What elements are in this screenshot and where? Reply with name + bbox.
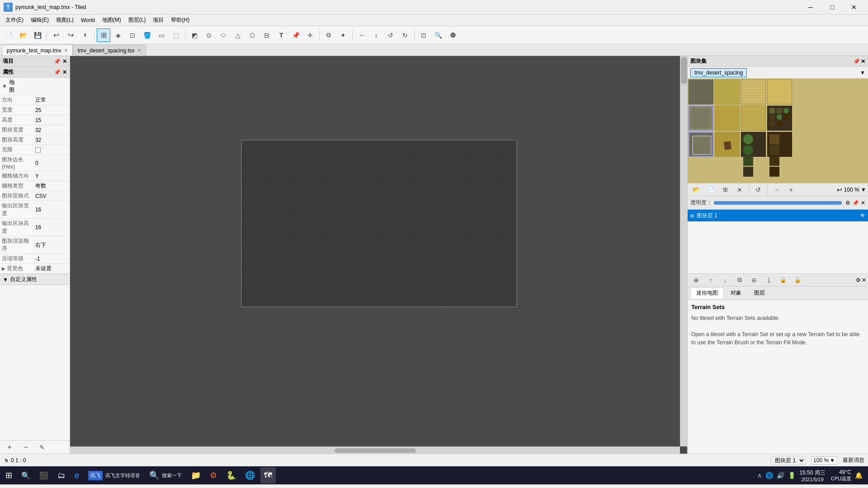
- tab-tileset[interactable]: tmv_desert_spacing.tsx ✕: [73, 45, 146, 56]
- tileset-zoom-in-button[interactable]: +: [784, 183, 798, 197]
- cpu-temp[interactable]: 49°C CPU温度: [831, 469, 851, 482]
- minimize-button[interactable]: ─: [800, 0, 821, 14]
- tileset-zoom-out-button[interactable]: −: [770, 183, 783, 197]
- tile-dark-3[interactable]: [767, 132, 792, 157]
- prop-val-hex-side[interactable]: 0: [33, 155, 70, 171]
- insert-template-button[interactable]: ⊟: [260, 28, 274, 42]
- tab-map[interactable]: pymunk_test_map.tmx ✕: [2, 45, 73, 56]
- del-layer-button[interactable]: ⊖: [747, 273, 761, 287]
- bucket-button[interactable]: 🪣: [140, 28, 154, 42]
- systray-network[interactable]: 🌐: [765, 472, 773, 479]
- taskbar-tiled[interactable]: 🗺: [260, 467, 276, 483]
- project-close[interactable]: ✕: [62, 58, 67, 65]
- tileset-pin[interactable]: 📌: [853, 58, 860, 65]
- project-pin[interactable]: 📌: [54, 58, 61, 65]
- layer-up-button[interactable]: ↑: [704, 273, 717, 287]
- eraser-button[interactable]: ⊡: [126, 28, 139, 42]
- prop-val-output-height[interactable]: 16: [33, 219, 70, 236]
- terrain-brush-button[interactable]: ◈: [111, 28, 125, 42]
- vscroll-thumb[interactable]: [681, 57, 687, 84]
- taskbar-browser[interactable]: ⚙: [206, 467, 221, 483]
- start-button[interactable]: ⊞: [2, 467, 16, 483]
- taskbar-edge[interactable]: e: [71, 467, 83, 483]
- zoom-in-toolbar-button[interactable]: ⊕: [446, 28, 459, 42]
- zoom-out-toolbar-button[interactable]: 🔍: [431, 28, 445, 42]
- redo-button[interactable]: [64, 28, 77, 42]
- open-tileset-button[interactable]: 📂: [689, 183, 703, 197]
- tileset-zoom-dropdown[interactable]: ▼: [861, 187, 866, 193]
- pin-button[interactable]: 📌: [289, 28, 302, 42]
- infinite-checkbox[interactable]: [35, 147, 41, 153]
- insert-triangle-button[interactable]: △: [231, 28, 245, 42]
- insert-tile-button[interactable]: ◩: [188, 28, 201, 42]
- tile-dark-2[interactable]: [741, 132, 766, 157]
- select-rect-button[interactable]: ⬚: [169, 28, 183, 42]
- tab-map-close[interactable]: ✕: [64, 48, 68, 53]
- flip-v-button[interactable]: ↕: [369, 28, 383, 42]
- taskbar-chrome[interactable]: 🌐: [241, 467, 259, 483]
- prop-val-width[interactable]: 25: [33, 105, 70, 115]
- rot-ccw-button[interactable]: ↺: [384, 28, 397, 42]
- prop-val-render-order[interactable]: 右下: [33, 236, 70, 254]
- taskbar-files[interactable]: 📁: [187, 467, 204, 483]
- remove-prop-button[interactable]: −: [19, 441, 33, 454]
- taskbar-pycharm[interactable]: 🐍: [222, 467, 240, 483]
- menu-layers[interactable]: 图层(L): [125, 15, 150, 25]
- prop-val-direction[interactable]: 正常: [33, 95, 70, 105]
- layer-settings-icon[interactable]: ⚙: [845, 200, 850, 206]
- layer-list-close[interactable]: ✕: [862, 277, 866, 283]
- systray-volume[interactable]: 🔊: [777, 472, 784, 479]
- menu-world[interactable]: World: [77, 16, 99, 24]
- tile-sand-2[interactable]: [741, 80, 766, 104]
- taskbar-explorer[interactable]: 🗂: [54, 467, 69, 483]
- prop-val-tile-height[interactable]: 32: [33, 135, 70, 145]
- embed-tileset-button[interactable]: ⊞: [718, 183, 732, 197]
- wand-button[interactable]: ✦: [336, 28, 350, 42]
- layer-dup-button[interactable]: ⧉: [733, 273, 746, 287]
- prop-val-stagger-index[interactable]: 奇数: [33, 181, 70, 191]
- tileset-preview[interactable]: [688, 79, 868, 183]
- tileset-undo-icon[interactable]: ↩: [837, 186, 842, 193]
- unlock-layer-button[interactable]: 🔓: [791, 273, 804, 287]
- clock[interactable]: 15:50 周三 2021/5/19: [799, 469, 825, 482]
- tileset-tab-label[interactable]: tmv_desert_spacing: [690, 68, 747, 77]
- insert-ellipse-button[interactable]: ⬭: [217, 28, 230, 42]
- btab-layers[interactable]: 图层: [748, 287, 771, 299]
- tile-sand-5[interactable]: [715, 132, 740, 157]
- taskbar-search[interactable]: 🔍 搜索一下: [146, 467, 185, 483]
- object-toggle-button[interactable]: ⊡: [417, 28, 430, 42]
- rot-cw-button[interactable]: ↻: [398, 28, 412, 42]
- tileset-zoom-display[interactable]: 100 % ▼: [844, 187, 866, 193]
- properties-pin[interactable]: 📌: [54, 69, 61, 75]
- tile-floor-2[interactable]: [715, 106, 740, 131]
- custom-props-header[interactable]: ▼ 自定义属性: [0, 274, 70, 285]
- terrain-fill-button[interactable]: ⧉: [322, 28, 335, 42]
- vertical-scrollbar[interactable]: [680, 56, 687, 446]
- menu-view[interactable]: 视图(L): [52, 15, 77, 25]
- layer-pin[interactable]: 📌: [852, 200, 859, 206]
- prop-val-output-width[interactable]: 16: [33, 201, 70, 219]
- layer-down-button[interactable]: ↓: [718, 273, 732, 287]
- prop-val-stagger-axis[interactable]: Y: [33, 171, 70, 181]
- remove-tileset-button[interactable]: ✕: [733, 183, 746, 197]
- stamp-tool-button[interactable]: ⊞: [97, 28, 110, 42]
- zoom-arrow[interactable]: ▼: [830, 457, 835, 464]
- menu-help[interactable]: 帮助(H): [167, 15, 193, 25]
- btab-minimap[interactable]: 迷你地图: [690, 287, 724, 299]
- stamp-options-button[interactable]: ⬇: [78, 28, 92, 42]
- save-button[interactable]: [31, 28, 44, 42]
- prop-val-height[interactable]: 15: [33, 115, 70, 125]
- new-tileset-button[interactable]: 📄: [704, 183, 717, 197]
- prop-val-compression[interactable]: -1: [33, 254, 70, 264]
- menu-edit[interactable]: 编辑(E): [27, 15, 52, 25]
- text-button[interactable]: T: [274, 28, 288, 42]
- open-button[interactable]: [16, 28, 30, 42]
- close-button[interactable]: ✕: [844, 0, 864, 14]
- tile-dark-1[interactable]: [767, 106, 792, 131]
- maximize-button[interactable]: □: [822, 0, 843, 14]
- tile-sand-3[interactable]: [767, 80, 792, 104]
- menu-project[interactable]: 项目: [149, 15, 167, 25]
- rect-fill-button[interactable]: ▭: [155, 28, 168, 42]
- prop-val-infinite[interactable]: [33, 145, 70, 155]
- layer-eye-icon[interactable]: 👁: [860, 212, 865, 219]
